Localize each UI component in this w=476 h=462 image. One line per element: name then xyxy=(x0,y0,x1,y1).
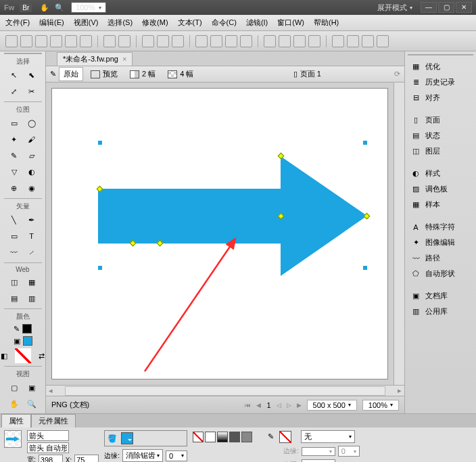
subselect-tool[interactable]: ⬉ xyxy=(24,68,40,83)
bucket-tool[interactable]: ▽ xyxy=(6,164,22,179)
menu-window[interactable]: 窗口(W) xyxy=(277,18,304,28)
panel-path[interactable]: 〰路径 xyxy=(408,251,473,265)
menu-modify[interactable]: 修改(M) xyxy=(142,18,168,28)
fill-mode-web[interactable] xyxy=(241,432,252,442)
search-icon[interactable]: 🔍 xyxy=(55,3,64,12)
panel-autoshapes[interactable]: ⬠自动形状 xyxy=(408,267,473,281)
line-tool[interactable]: ╲ xyxy=(6,212,22,227)
align-icon[interactable] xyxy=(225,35,237,47)
fill-mode-pattern[interactable] xyxy=(229,432,240,442)
fill-mode-none[interactable] xyxy=(193,432,204,442)
shape-type-field[interactable] xyxy=(27,442,69,453)
paste-icon[interactable] xyxy=(172,35,184,47)
rect-tool[interactable]: ▭ xyxy=(6,229,22,244)
zoom-level-select[interactable]: 100% xyxy=(362,400,399,411)
stamp-tool[interactable]: ⊕ xyxy=(6,181,22,195)
menu-view[interactable]: 视图(V) xyxy=(74,18,99,28)
tab-properties[interactable]: 属性 xyxy=(1,414,31,428)
default-colors-icon[interactable]: ◧ xyxy=(0,348,12,363)
workspace-mode-button[interactable]: 展开模式 xyxy=(377,3,412,13)
page-nav-icon[interactable]: ▯ xyxy=(293,70,298,78)
print-icon[interactable] xyxy=(80,35,92,47)
menu-select[interactable]: 选择(S) xyxy=(108,18,133,28)
view-4up-button[interactable]: 4 幅 xyxy=(163,67,198,81)
wand-tool[interactable]: ✦ xyxy=(6,132,22,147)
export-icon[interactable] xyxy=(65,35,77,47)
scale-tool[interactable]: ⤢ xyxy=(6,84,22,99)
bridge-badge[interactable]: Br xyxy=(20,3,32,12)
maximize-button[interactable]: ▢ xyxy=(438,2,454,13)
stroke-color-picker[interactable] xyxy=(279,431,291,443)
edge-amount[interactable]: 0 xyxy=(166,451,187,461)
panel-history[interactable]: ≣历史记录 xyxy=(408,75,473,89)
menu-edit[interactable]: 编辑(E) xyxy=(39,18,64,28)
undo-icon[interactable] xyxy=(103,35,116,47)
arrow-shape[interactable] xyxy=(98,156,368,278)
view-original-button[interactable]: 原始 xyxy=(59,67,83,81)
eraser-tool[interactable]: ▱ xyxy=(24,148,40,163)
save-icon[interactable] xyxy=(35,35,47,47)
paint-bucket-icon[interactable]: 🪣 xyxy=(106,432,118,444)
panel-layers[interactable]: ◫图层 xyxy=(408,144,473,158)
panel-optimize[interactable]: ▦优化 xyxy=(408,60,473,74)
knife-tool[interactable]: ⟋ xyxy=(24,245,40,260)
shape-name-field[interactable] xyxy=(27,430,69,441)
blur-tool[interactable]: ◐ xyxy=(24,164,40,179)
width-field[interactable] xyxy=(39,455,63,462)
stroke-pencil-icon[interactable]: ✎ xyxy=(264,431,277,443)
hide-slice-tool[interactable]: ▤ xyxy=(6,291,22,306)
flip-h-icon[interactable] xyxy=(347,35,359,47)
tab-symbol-properties[interactable]: 元件属性 xyxy=(31,414,76,428)
selection-handle[interactable] xyxy=(98,141,102,145)
vertical-scrollbar[interactable] xyxy=(394,83,404,385)
x-field[interactable] xyxy=(74,455,99,462)
menu-filters[interactable]: 滤镜(I) xyxy=(246,18,268,28)
panel-palette[interactable]: ▨调色板 xyxy=(408,182,473,196)
bring-front-icon[interactable] xyxy=(264,35,276,47)
ungroup-icon[interactable] xyxy=(210,35,222,47)
view-preview-button[interactable]: 预览 xyxy=(86,67,122,81)
lasso-tool[interactable]: ◯ xyxy=(24,116,40,131)
zoom-select[interactable]: 100% xyxy=(71,2,106,13)
panel-common-library[interactable]: ▥公用库 xyxy=(408,304,473,319)
panel-special-chars[interactable]: A特殊字符 xyxy=(408,220,473,234)
flip-v-icon[interactable] xyxy=(362,35,374,47)
new-icon[interactable] xyxy=(5,35,18,47)
minimize-button[interactable]: — xyxy=(421,2,437,13)
freeform-tool[interactable]: 〰 xyxy=(6,245,22,260)
panel-styles[interactable]: ◐样式 xyxy=(408,166,473,181)
panel-states[interactable]: ▤状态 xyxy=(408,129,473,143)
distribute-icon[interactable] xyxy=(240,35,252,47)
selection-handle[interactable] xyxy=(363,141,367,145)
no-color-icon[interactable] xyxy=(15,348,31,363)
first-page-icon[interactable]: ⏮ xyxy=(245,402,251,409)
pen-tool[interactable]: ✒ xyxy=(24,212,40,227)
cut-icon[interactable] xyxy=(142,35,154,47)
menu-commands[interactable]: 命令(C) xyxy=(212,18,237,28)
slice-tool[interactable]: ▦ xyxy=(24,275,40,290)
pencil-edit-icon[interactable]: ✎ xyxy=(50,70,56,78)
prev-page-icon[interactable]: ◀ xyxy=(256,402,261,409)
edge-select[interactable]: 消除锯齿 xyxy=(122,449,163,462)
stroke-edge-select[interactable] xyxy=(302,447,335,456)
stroke-category-select[interactable]: 无 xyxy=(301,430,355,443)
next-page-icon[interactable]: ▶ xyxy=(297,402,302,409)
show-slice-tool[interactable]: ▥ xyxy=(24,291,40,306)
full-screen-icon[interactable]: ▣ xyxy=(24,380,40,395)
hand-icon[interactable]: ✋ xyxy=(40,3,49,12)
marquee-tool[interactable]: ▭ xyxy=(6,116,22,131)
crop-tool[interactable]: ✂ xyxy=(24,84,40,99)
fill-color-swatch[interactable] xyxy=(23,336,32,346)
import-icon[interactable] xyxy=(50,35,62,47)
panel-image-editing[interactable]: ✦图像编辑 xyxy=(408,235,473,250)
hand-tool[interactable]: ✋ xyxy=(6,396,22,411)
close-button[interactable]: ✕ xyxy=(456,2,472,13)
hotspot-tool[interactable]: ◫ xyxy=(6,275,22,290)
stroke-texture-select[interactable]: DNA xyxy=(302,459,335,462)
rotate-icon[interactable] xyxy=(332,35,344,47)
send-back-icon[interactable] xyxy=(308,35,320,47)
copy-icon[interactable] xyxy=(157,35,169,47)
stroke-edge-amount[interactable]: 0 xyxy=(338,446,360,457)
stroke-color-swatch[interactable] xyxy=(22,324,32,333)
open-icon[interactable] xyxy=(20,35,32,47)
